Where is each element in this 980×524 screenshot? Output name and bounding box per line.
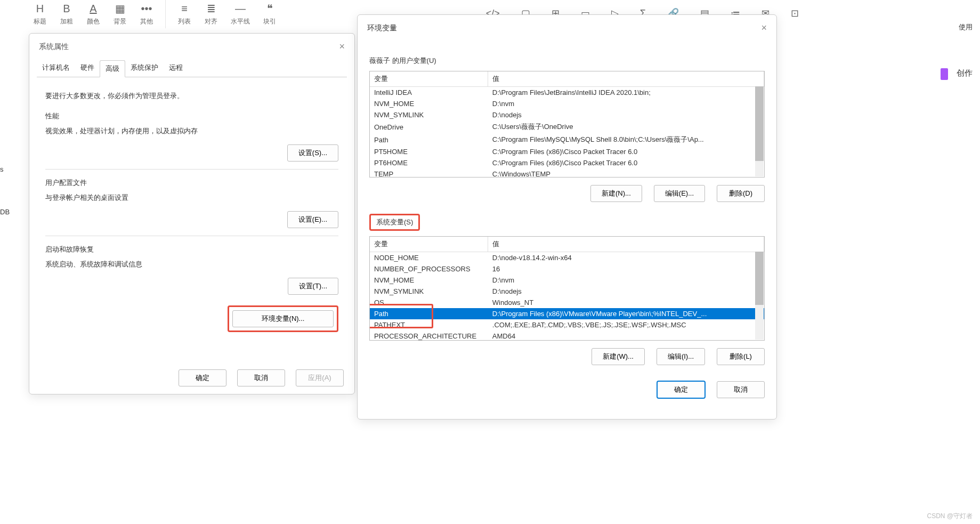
table-row[interactable]: NUMBER_OF_PROCESSORS16: [370, 263, 764, 275]
watermark: CSDN @守灯者: [927, 512, 973, 521]
close-icon[interactable]: ×: [339, 41, 345, 52]
dialog-body: 要进行大多数更改，你必须作为管理员登录。 性能 视觉效果，处理器计划，内存使用，…: [29, 77, 354, 341]
delete-sys-var-button[interactable]: 删除(L): [717, 348, 765, 365]
hr-button[interactable]: —水平线: [224, 0, 256, 28]
scrollbar[interactable]: [755, 252, 764, 340]
bold-icon: B: [63, 2, 70, 15]
table-row[interactable]: PROCESSOR_ARCHITECTUREAMD64: [370, 330, 764, 341]
scrollbar[interactable]: [755, 86, 764, 176]
dialog-title: 系统属性: [39, 42, 69, 52]
sys-vars-label: 系统变量(S): [376, 218, 413, 226]
startup-recovery-section: 启动和故障恢复 系统启动、系统故障和调试信息 设置(T)...: [45, 245, 338, 295]
section-text: 与登录帐户相关的桌面设置: [45, 193, 338, 203]
scroll-thumb[interactable]: [755, 86, 764, 161]
tab-system-protection[interactable]: 系统保护: [125, 60, 164, 77]
col-variable[interactable]: 变量: [370, 71, 488, 87]
dialog-title: 环境变量: [367, 23, 397, 33]
env-variables-button[interactable]: 环境变量(N)...: [232, 310, 334, 327]
system-properties-dialog: 系统属性 × 计算机名 硬件 高级 系统保护 远程 要进行大多数更改，你必须作为…: [29, 33, 355, 394]
dialog-body: 薇薇子 的用户变量(U) 变量值 IntelliJ IDEAD:\Program…: [358, 41, 776, 404]
edit-sys-var-button[interactable]: 编辑(I)...: [657, 348, 705, 365]
table-row[interactable]: PathD:\Program Files (x86)\VMware\VMware…: [370, 308, 764, 319]
list-icon: ≡: [181, 2, 188, 15]
left-edge-s: s: [0, 165, 4, 173]
table-row[interactable]: NODE_HOMED:\node-v18.14.2-win-x64: [370, 252, 764, 264]
use-label: 使用: [959, 22, 973, 32]
section-text: 视觉效果，处理器计划，内存使用，以及虚拟内存: [45, 126, 338, 136]
table-row[interactable]: NVM_HOMED:\nvm: [370, 98, 764, 109]
bg-button[interactable]: ▦背景: [107, 0, 133, 28]
tab-hardware[interactable]: 硬件: [75, 60, 100, 77]
edit-user-var-button[interactable]: 编辑(E)...: [654, 185, 705, 202]
settings-t-button[interactable]: 设置(T)...: [288, 278, 338, 295]
section-head: 启动和故障恢复: [45, 245, 338, 254]
new-sys-var-button[interactable]: 新建(W)...: [592, 348, 645, 365]
user-vars-buttons: 新建(N)... 编辑(E)... 删除(D): [369, 185, 765, 202]
table-row[interactable]: PathC:\Program Files\MySQL\MySQL Shell 8…: [370, 133, 764, 146]
table-row[interactable]: OSWindows_NT: [370, 297, 764, 308]
list-button[interactable]: ≡列表: [171, 0, 198, 28]
dialog-footer: 确定 取消: [369, 381, 765, 398]
ok-button[interactable]: 确定: [657, 381, 705, 398]
table-row[interactable]: OneDriveC:\Users\薇薇子\OneDrive: [370, 120, 764, 133]
user-profile-section: 用户配置文件 与登录帐户相关的桌面设置 设置(E)...: [45, 178, 338, 236]
other-button[interactable]: •••其他: [133, 0, 160, 28]
settings-s-button[interactable]: 设置(S)...: [287, 144, 338, 162]
sys-vars-table-wrap: 变量值 NODE_HOMED:\node-v18.14.2-win-x64NUM…: [369, 236, 765, 341]
col-variable[interactable]: 变量: [370, 237, 488, 252]
quote-button[interactable]: ❝块引: [256, 0, 283, 28]
hr-icon: —: [235, 2, 246, 15]
toolbar-group-format: H标题 B加粗 A颜色 ▦背景 •••其他: [21, 0, 166, 28]
sys-vars-highlight: 系统变量(S): [369, 214, 420, 231]
environment-variables-dialog: 环境变量 × 薇薇子 的用户变量(U) 变量值 IntelliJ IDEAD:\…: [357, 14, 777, 420]
table-row[interactable]: PT5HOMEC:\Program Files (x86)\Cisco Pack…: [370, 146, 764, 157]
col-value[interactable]: 值: [488, 237, 764, 252]
table-row[interactable]: NVM_HOMED:\nvm: [370, 275, 764, 286]
performance-section: 性能 视觉效果，处理器计划，内存使用，以及虚拟内存 设置(S)...: [45, 111, 338, 170]
align-button[interactable]: ≣对齐: [198, 0, 224, 28]
bg-icon: ▦: [115, 2, 125, 15]
heading-button[interactable]: H标题: [27, 0, 53, 28]
align-icon: ≣: [207, 2, 216, 15]
create-label: 创作: [957, 68, 973, 78]
user-vars-table-wrap: 变量值 IntelliJ IDEAD:\Program Files\JetBra…: [369, 71, 765, 178]
dialog-titlebar: 系统属性 ×: [29, 34, 354, 60]
table-row[interactable]: NVM_SYMLINKD:\nodejs: [370, 109, 764, 120]
cancel-button[interactable]: 取消: [237, 369, 285, 386]
ok-button[interactable]: 确定: [179, 369, 226, 386]
side-handle-icon[interactable]: [941, 68, 948, 80]
apply-button[interactable]: 应用(A): [296, 369, 344, 386]
section-text: 系统启动、系统故障和调试信息: [45, 260, 338, 269]
embed-icon[interactable]: ⊡: [791, 7, 799, 19]
dialog-titlebar: 环境变量 ×: [358, 15, 776, 41]
table-row[interactable]: PT6HOMEC:\Program Files (x86)\Cisco Pack…: [370, 157, 764, 168]
cancel-button[interactable]: 取消: [717, 381, 765, 398]
settings-e-button[interactable]: 设置(E)...: [287, 211, 338, 228]
scroll-thumb[interactable]: [755, 252, 764, 305]
env-var-highlight: 环境变量(N)...: [228, 305, 338, 332]
table-row[interactable]: TEMPC:\Windows\TEMP: [370, 168, 764, 178]
table-row[interactable]: NVM_SYMLINKD:\nodejs: [370, 286, 764, 297]
delete-user-var-button[interactable]: 删除(D): [717, 185, 765, 202]
new-user-var-button[interactable]: 新建(N)...: [590, 185, 642, 202]
color-button[interactable]: A颜色: [80, 0, 107, 28]
user-vars-table[interactable]: 变量值 IntelliJ IDEAD:\Program Files\JetBra…: [370, 71, 764, 178]
col-value[interactable]: 值: [488, 71, 764, 87]
tab-computer-name[interactable]: 计算机名: [37, 60, 75, 77]
sys-vars-table[interactable]: 变量值 NODE_HOMED:\node-v18.14.2-win-x64NUM…: [370, 237, 764, 341]
dots-icon: •••: [141, 2, 152, 15]
bold-button[interactable]: B加粗: [53, 0, 80, 28]
user-vars-label: 薇薇子 的用户变量(U): [369, 56, 765, 66]
admin-note: 要进行大多数更改，你必须作为管理员登录。: [45, 91, 338, 101]
table-row[interactable]: IntelliJ IDEAD:\Program Files\JetBrains\…: [370, 87, 764, 99]
section-head: 用户配置文件: [45, 178, 338, 188]
dialog-footer: 确定 取消 应用(A): [179, 369, 344, 386]
quote-icon: ❝: [267, 2, 273, 15]
tab-remote[interactable]: 远程: [164, 60, 188, 77]
left-edge-db: DB: [0, 208, 10, 216]
toolbar-group-para: ≡列表 ≣对齐 —水平线 ❝块引: [166, 0, 288, 28]
tab-strip: 计算机名 硬件 高级 系统保护 远程: [29, 60, 354, 77]
close-icon[interactable]: ×: [761, 22, 767, 34]
table-row[interactable]: PATHEXT.COM;.EXE;.BAT;.CMD;.VBS;.VBE;.JS…: [370, 319, 764, 330]
tab-advanced[interactable]: 高级: [100, 60, 125, 77]
